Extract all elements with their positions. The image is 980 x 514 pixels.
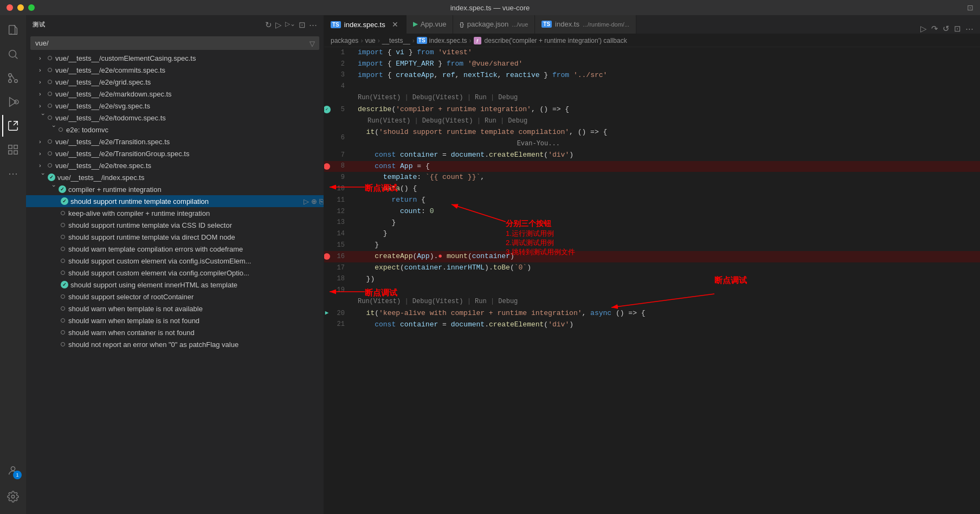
tree-item[interactable]: › vue/__tests__/customElementCasing.spec… [26, 52, 324, 64]
more-icon[interactable]: ⋯ [965, 24, 973, 34]
search-input[interactable] [30, 36, 319, 50]
run-all-tests-icon[interactable]: ▷ [275, 20, 282, 30]
breakpoint-indicator[interactable] [324, 163, 332, 170]
debug-vitest-link3[interactable]: Debug(Vitest) [412, 298, 463, 305]
tab-run-controls: ▷ ↷ ↺ ⊡ ⋯ [920, 24, 980, 34]
run-link[interactable]: Run [475, 94, 487, 101]
account-icon[interactable]: 1 [2, 460, 24, 481]
tree-item[interactable]: › vue/__tests__/e2e/todomvc.spec.ts [26, 112, 324, 124]
tree-item[interactable]: › vue/__tests__/e2e/markdown.spec.ts [26, 88, 324, 100]
test-item[interactable]: should support runtime template via dire… [26, 231, 324, 243]
coverage-icon[interactable]: ⊡ [299, 20, 306, 30]
tree-item[interactable]: › vue/__tests__/e2e/TransitionGroup.spec… [26, 147, 324, 159]
test-item[interactable]: should warn when container is not found [26, 326, 324, 338]
run-vitest-link2[interactable]: Run(Vitest) [368, 117, 410, 125]
files-icon[interactable] [2, 20, 24, 41]
breadcrumb-file[interactable]: index.spec.ts [429, 37, 467, 44]
debug-link2[interactable]: Debug [508, 117, 527, 125]
split-editor-icon[interactable]: ⊡ [967, 3, 973, 12]
test-item[interactable]: should support selector of rootContainer [26, 291, 324, 303]
svg-point-5 [9, 80, 12, 83]
tab-index-spec[interactable]: TS index.spec.ts ✕ [324, 15, 407, 34]
source-control-icon[interactable] [2, 67, 24, 89]
debug-vitest-link[interactable]: Debug(Vitest) [412, 94, 463, 101]
tree-item-label: vue/__tests__/customElementCasing.spec.t… [55, 54, 196, 62]
line-code: } [351, 240, 980, 251]
run-vitest-link3[interactable]: Run(Vitest) [358, 298, 401, 305]
svg-rect-12 [9, 151, 12, 154]
group-pass-icon [59, 185, 66, 193]
run-icon[interactable]: ▷ [920, 24, 927, 34]
run-debug-bar: Run(Vitest) | Debug(Vitest) | Run | Debu… [324, 92, 980, 104]
line-gutter: 11 [324, 195, 351, 206]
test-status-dot [61, 271, 65, 275]
run-link3[interactable]: Run [475, 298, 487, 305]
history-icon[interactable]: ↷ [931, 24, 938, 34]
tree-item[interactable]: › vue/__tests__/e2e/tree.spec.ts [26, 159, 324, 171]
tab-index-ts[interactable]: TS index.ts .../runtime-dom/... [535, 15, 636, 34]
test-item[interactable]: should warn when template is is not foun… [26, 314, 324, 326]
tree-item-label: vue/__tests__/e2e/grid.spec.ts [55, 78, 151, 86]
refresh-tests-icon[interactable]: ↻ [265, 20, 272, 30]
test-item[interactable]: keep-alive with compiler + runtime integ… [26, 207, 324, 219]
tree-item[interactable]: › vue/__tests__/e2e/Transition.spec.ts [26, 136, 324, 147]
test-item[interactable]: should support runtime template via CSS … [26, 219, 324, 231]
remote-icon[interactable] [2, 139, 24, 160]
test-pass-icon [61, 281, 68, 288]
test-item[interactable]: should support using element innerHTML a… [26, 279, 324, 291]
goto-test-icon[interactable]: ⎘ [319, 197, 324, 205]
close-tab-icon[interactable]: ✕ [391, 20, 399, 29]
collapse-arrow: › [39, 91, 48, 97]
sidebar-title: 测试 [33, 21, 46, 29]
tab-package-json[interactable]: {} package.json .../vue [453, 15, 535, 34]
tree-item[interactable]: › vue/__tests__/e2e/svg.spec.ts [26, 100, 324, 112]
test-status-dot [48, 163, 52, 168]
tab-app-vue[interactable]: ▶ App.vue [407, 15, 454, 34]
test-activity-icon[interactable] [2, 115, 24, 137]
tree-item[interactable]: › vue/__tests__/index.spec.ts [26, 171, 324, 183]
test-item-active[interactable]: should support runtime template compilat… [26, 195, 324, 207]
run-vitest-link[interactable]: Run(Vitest) [358, 94, 401, 101]
breadcrumb-vue[interactable]: vue [365, 37, 375, 44]
filter-icon[interactable]: ▽ [310, 39, 315, 47]
breadcrumb-tests[interactable]: __tests__ [382, 37, 410, 44]
split-icon[interactable]: ⊡ [954, 24, 961, 34]
test-item[interactable]: should not report an error when "0" as p… [26, 338, 324, 350]
run-link2[interactable]: Run [485, 117, 497, 125]
breadcrumb-describe[interactable]: describe('compiler + runtime integration… [485, 37, 627, 44]
revert-icon[interactable]: ↺ [943, 24, 950, 34]
minimize-button[interactable] [17, 4, 24, 11]
tree-item[interactable]: › vue/__tests__/e2e/grid.spec.ts [26, 76, 324, 88]
extensions-icon[interactable]: ⋯ [2, 163, 24, 184]
test-item[interactable]: should support custom element via config… [26, 255, 324, 267]
test-status-dot [48, 139, 52, 144]
play-indicator: ▶ [324, 309, 332, 318]
close-button[interactable] [7, 4, 13, 11]
line-code: } [351, 217, 980, 229]
code-editor[interactable]: 1 import { vi } from 'vitest' 2 import {… [324, 47, 980, 330]
code-line: 16 createApp(App).● mount(container) [324, 251, 980, 262]
debug-test-icon[interactable]: ⊕ [311, 197, 317, 205]
breakpoint-indicator2[interactable] [324, 253, 332, 260]
debug-vitest-link2[interactable]: Debug(Vitest) [422, 117, 473, 125]
line-code: createApp(App).● mount(container) [351, 251, 980, 262]
run-more-icon[interactable]: ▷⌄ [285, 20, 295, 30]
line-gutter: 19 [324, 285, 351, 296]
breadcrumb-packages[interactable]: packages [331, 37, 358, 44]
maximize-button[interactable] [28, 4, 35, 11]
run-test-icon[interactable]: ▷ [304, 197, 309, 205]
breadcrumb-ts-icon: TS [417, 37, 427, 44]
test-item[interactable]: should warn template compilation errors … [26, 243, 324, 255]
more-actions-icon[interactable]: ⋯ [309, 20, 317, 30]
search-activity-icon[interactable] [2, 43, 24, 65]
test-item[interactable]: should support custom element via config… [26, 267, 324, 279]
tree-item[interactable]: › e2e: todomvc [26, 124, 324, 136]
test-item[interactable]: should warn when template is not availab… [26, 303, 324, 314]
code-line: 10 data() { [324, 183, 980, 195]
tree-item[interactable]: › vue/__tests__/e2e/commits.spec.ts [26, 64, 324, 76]
tree-group-item[interactable]: › compiler + runtime integration [26, 183, 324, 195]
run-debug-activity-icon[interactable] [2, 91, 24, 113]
debug-link[interactable]: Debug [498, 94, 518, 101]
settings-activity-icon[interactable] [2, 486, 24, 507]
debug-link3[interactable]: Debug [498, 298, 518, 305]
